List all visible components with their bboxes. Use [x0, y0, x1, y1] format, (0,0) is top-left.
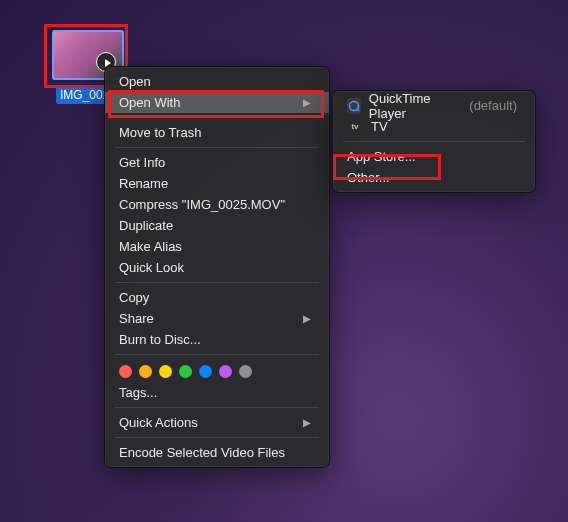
menu-tags-label: Tags... — [119, 385, 157, 400]
menu-encode[interactable]: Encode Selected Video Files — [105, 442, 329, 463]
context-menu: Open Open With ▶ Move to Trash Get Info … — [104, 66, 330, 468]
menu-get-info-label: Get Info — [119, 155, 165, 170]
menu-quick-actions-label: Quick Actions — [119, 415, 198, 430]
menu-open[interactable]: Open — [105, 71, 329, 92]
submenu-default-hint: (default) — [469, 98, 517, 113]
tag-gray[interactable] — [239, 365, 252, 378]
submenu-quicktime[interactable]: QuickTime Player (default) — [333, 95, 535, 116]
submenu-app-store[interactable]: App Store... — [333, 146, 535, 167]
submenu-other[interactable]: Other... — [333, 167, 535, 188]
submenu-quicktime-label: QuickTime Player — [369, 91, 457, 121]
submenu-other-label: Other... — [347, 170, 390, 185]
tag-yellow[interactable] — [159, 365, 172, 378]
menu-separator — [115, 147, 319, 148]
menu-separator — [343, 141, 525, 142]
open-with-submenu: QuickTime Player (default) tv TV App Sto… — [332, 90, 536, 193]
chevron-right-icon: ▶ — [303, 313, 311, 324]
play-icon — [105, 59, 111, 67]
menu-make-alias[interactable]: Make Alias — [105, 236, 329, 257]
tag-red[interactable] — [119, 365, 132, 378]
menu-quick-look-label: Quick Look — [119, 260, 184, 275]
chevron-right-icon: ▶ — [303, 417, 311, 428]
tag-color-row — [105, 359, 329, 382]
menu-separator — [115, 437, 319, 438]
submenu-tv-label: TV — [371, 119, 388, 134]
menu-rename[interactable]: Rename — [105, 173, 329, 194]
menu-open-with-label: Open With — [119, 95, 180, 110]
menu-trash-label: Move to Trash — [119, 125, 201, 140]
menu-open-label: Open — [119, 74, 151, 89]
menu-copy-label: Copy — [119, 290, 149, 305]
tag-blue[interactable] — [199, 365, 212, 378]
menu-trash[interactable]: Move to Trash — [105, 122, 329, 143]
submenu-app-store-label: App Store... — [347, 149, 416, 164]
menu-tags[interactable]: Tags... — [105, 382, 329, 403]
menu-copy[interactable]: Copy — [105, 287, 329, 308]
tag-orange[interactable] — [139, 365, 152, 378]
menu-duplicate-label: Duplicate — [119, 218, 173, 233]
menu-share-label: Share — [119, 311, 154, 326]
menu-quick-actions[interactable]: Quick Actions ▶ — [105, 412, 329, 433]
tag-purple[interactable] — [219, 365, 232, 378]
menu-compress-label: Compress "IMG_0025.MOV" — [119, 197, 285, 212]
menu-get-info[interactable]: Get Info — [105, 152, 329, 173]
menu-duplicate[interactable]: Duplicate — [105, 215, 329, 236]
menu-encode-label: Encode Selected Video Files — [119, 445, 285, 460]
menu-compress[interactable]: Compress "IMG_0025.MOV" — [105, 194, 329, 215]
menu-quick-look[interactable]: Quick Look — [105, 257, 329, 278]
menu-rename-label: Rename — [119, 176, 168, 191]
menu-share[interactable]: Share ▶ — [105, 308, 329, 329]
menu-separator — [115, 282, 319, 283]
menu-separator — [115, 117, 319, 118]
chevron-right-icon: ▶ — [303, 97, 311, 108]
quicktime-icon — [347, 98, 361, 114]
menu-separator — [115, 407, 319, 408]
menu-open-with[interactable]: Open With ▶ — [105, 92, 329, 113]
menu-burn[interactable]: Burn to Disc... — [105, 329, 329, 350]
menu-separator — [115, 354, 319, 355]
menu-make-alias-label: Make Alias — [119, 239, 182, 254]
tv-icon: tv — [347, 119, 363, 135]
tag-green[interactable] — [179, 365, 192, 378]
menu-burn-label: Burn to Disc... — [119, 332, 201, 347]
